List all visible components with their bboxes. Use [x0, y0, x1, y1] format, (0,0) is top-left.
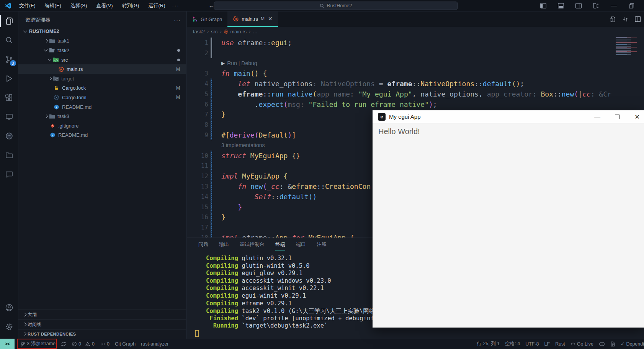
activity-bar: 3 [0, 11, 18, 339]
chat-icon[interactable] [0, 165, 18, 184]
remote-explorer-icon[interactable] [0, 107, 18, 126]
breadcrumb-item[interactable]: task2 [193, 29, 205, 34]
file-tree: RUSTHOME2task1task2</>srcRmain.rsMtarget… [18, 27, 186, 310]
account-icon[interactable] [0, 298, 18, 317]
menu-bar: 文件(F)编辑(E)选择(S)查看(V)转到(G)运行(R) [15, 1, 169, 10]
egui-maximize-button[interactable] [611, 110, 623, 123]
breadcrumb-item[interactable]: … [253, 29, 258, 34]
chevron-right-icon [43, 38, 49, 44]
sync-item[interactable] [58, 341, 69, 347]
search-sidebar-icon[interactable] [0, 31, 18, 50]
git-graph-status-item[interactable]: Git Graph [112, 341, 138, 347]
toggle-sidebar-icon[interactable] [534, 0, 552, 11]
breadcrumb-item[interactable]: Rmain.rs [224, 29, 247, 34]
rust-analyzer-status-item[interactable]: rust-analyzer [138, 341, 171, 347]
minimap[interactable] [614, 37, 642, 55]
sidebar-more-actions-icon[interactable]: ··· [174, 17, 181, 23]
chevron-down-icon [47, 57, 53, 63]
search-icon [320, 3, 325, 8]
panel-tab-注释[interactable]: 注释 [317, 238, 327, 251]
menu-item[interactable]: 运行(R) [144, 1, 169, 10]
remote-indicator[interactable]: >< [0, 339, 15, 349]
tree-item-target[interactable]: target [18, 74, 186, 84]
menu-overflow-button[interactable]: ··· [169, 2, 182, 10]
menu-item[interactable]: 文件(F) [15, 1, 39, 10]
copilot-icon[interactable] [596, 341, 608, 347]
folder-library-icon[interactable] [0, 146, 18, 165]
breadcrumb-separator: › [249, 29, 250, 34]
toggle-panel-icon[interactable] [552, 0, 570, 11]
modified-dot [177, 59, 180, 61]
ports-item[interactable]: 0 [97, 341, 112, 347]
menu-item[interactable]: 编辑(E) [41, 1, 65, 10]
panel-tab-端口[interactable]: 端口 [296, 238, 306, 251]
tree-item-Cargo.lock[interactable]: Cargo.lockM [18, 84, 186, 93]
panel-tab-终端[interactable]: 终端 [275, 238, 285, 251]
run-icon[interactable]: ▶ [221, 61, 225, 66]
settings-gear-icon[interactable] [0, 317, 18, 336]
egui-minimize-button[interactable]: — [592, 110, 603, 123]
code-line-1: 1use eframe::egui; [187, 38, 644, 48]
tree-item-src[interactable]: </>src [18, 55, 186, 65]
menu-item[interactable]: 转到(G) [118, 1, 143, 10]
code-line-3: 3fn main() { [187, 68, 644, 79]
codelens[interactable]: ▶Run | Debug [187, 58, 644, 69]
tree-item-Cargo.toml[interactable]: Cargo.tomlM [18, 93, 186, 102]
egui-titlebar[interactable]: e My egui App — ✕ [373, 110, 644, 123]
tree-item-task3[interactable]: task3 [18, 111, 186, 121]
split-editor-icon[interactable] [635, 16, 641, 22]
compare-changes-icon[interactable] [622, 16, 629, 23]
egui-app-window[interactable]: e My egui App — ✕ Hello World! [373, 110, 644, 328]
sidebar-section-2[interactable]: RUST DEPENDENCIES [18, 329, 186, 339]
extension-sphere-icon[interactable] [0, 126, 18, 146]
window-restore-button[interactable] [623, 0, 640, 11]
customize-layout-icon[interactable] [587, 0, 605, 11]
tree-item-task1[interactable]: task1 [18, 36, 186, 46]
panel-tab-问题[interactable]: 问题 [198, 238, 208, 251]
source-control-icon[interactable]: 3 [0, 50, 18, 69]
egui-content: Hello World! [373, 123, 644, 136]
panel-tab-输出[interactable]: 输出 [219, 238, 229, 251]
run-debug-icon[interactable] [0, 69, 18, 88]
sidebar-title: 资源管理器 [25, 16, 50, 23]
terminal-cursor [195, 330, 199, 337]
sidebar-section-1[interactable]: 时间线 [18, 320, 186, 329]
indentation-item[interactable]: 空格: 4 [502, 341, 523, 347]
menu-item[interactable]: 选择(S) [67, 1, 91, 10]
tree-item-RUSTHOME2[interactable]: RUSTHOME2 [18, 27, 186, 36]
sidebar-section-0[interactable]: 大纲 [18, 310, 186, 320]
dependi-item[interactable]: ✓ Dependi [618, 341, 644, 347]
tree-item-main.rs[interactable]: Rmain.rsM [18, 64, 186, 74]
go-live-icon [570, 341, 575, 346]
folderOpen-icon [49, 47, 57, 53]
tab-main-rs[interactable]: R main.rs M ✕ [227, 11, 278, 27]
rust-file-icon: R [233, 16, 239, 22]
tree-item-README.md[interactable]: iREADME.md [18, 131, 186, 140]
cursor-position-item[interactable]: 行 25, 列 1 [474, 341, 502, 347]
go-live-item[interactable]: Go Live [568, 341, 596, 347]
extensions-icon[interactable] [0, 88, 18, 107]
toggle-secondary-sidebar-icon[interactable] [570, 0, 587, 11]
window-close-button[interactable] [640, 0, 644, 11]
language-mode-item[interactable]: Rust [552, 341, 568, 347]
command-center-search[interactable]: RustHome2 [214, 2, 458, 10]
menu-item[interactable]: 查看(V) [92, 1, 116, 10]
panel-tab-调试控制台[interactable]: 调试控制台 [240, 238, 265, 251]
tree-item-task2[interactable]: task2 [18, 46, 186, 55]
tree-item-.gitignore[interactable]: .gitignore [18, 121, 186, 131]
git-branch-item[interactable]: 3-添加eframe [18, 341, 58, 347]
breadcrumb-item[interactable]: src [211, 29, 217, 34]
prettier-icon[interactable] [608, 341, 618, 347]
window-minimize-button[interactable]: — [605, 0, 623, 11]
tab-git-graph[interactable]: Git Graph [187, 11, 227, 27]
explorer-icon[interactable] [0, 11, 18, 31]
tree-item-README.md[interactable]: iREADME.md [18, 102, 186, 112]
breadcrumb[interactable]: task2›src›Rmain.rs›… [187, 27, 644, 36]
eol-item[interactable]: LF [542, 341, 553, 347]
egui-close-button[interactable]: ✕ [631, 110, 643, 123]
problems-item[interactable]: 0 0 [69, 341, 97, 347]
encoding-item[interactable]: UTF-8 [523, 341, 541, 347]
open-preview-icon[interactable] [610, 16, 616, 23]
tab-close-icon[interactable]: ✕ [268, 16, 273, 22]
terminal-line [195, 330, 644, 338]
